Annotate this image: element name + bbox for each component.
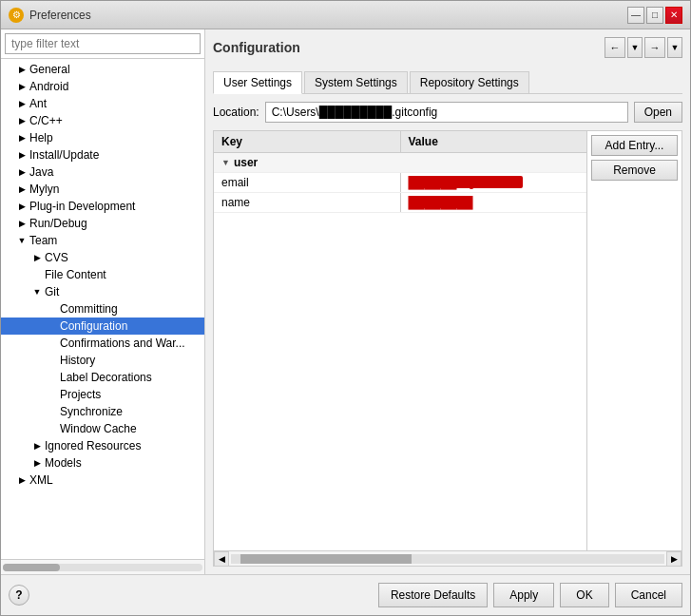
table-row[interactable]: email██████@gmail.com xyxy=(214,173,586,193)
maximize-button[interactable]: □ xyxy=(646,7,663,24)
h-scroll-thumb[interactable] xyxy=(240,554,412,564)
sidebar-item-git[interactable]: ▼Git xyxy=(1,283,204,300)
tree-label-history: History xyxy=(60,354,95,367)
table-body: ▼user email██████@gmail.com name████████ xyxy=(214,153,586,213)
minimize-button[interactable]: — xyxy=(627,7,644,24)
tree-label-run-debug: Run/Debug xyxy=(29,217,87,230)
tree-label-git: Git xyxy=(45,285,59,298)
redacted-value: ████████ xyxy=(409,196,466,208)
tree-label-committing: Committing xyxy=(60,302,118,316)
title-bar: ⚙ Preferences — □ ✕ xyxy=(1,1,690,29)
right-panel: Configuration ← ▼ → ▼ User SettingsSyste… xyxy=(205,29,690,574)
close-button[interactable]: ✕ xyxy=(665,7,682,24)
tree-label-general: General xyxy=(29,63,70,76)
sidebar-item-file-content[interactable]: File Content xyxy=(1,266,204,283)
tree-arrow-java: ▶ xyxy=(16,166,28,178)
tree-label-c-cpp: C/C++ xyxy=(29,114,63,127)
tree-label-help: Help xyxy=(29,131,53,144)
sidebar-item-projects[interactable]: Projects xyxy=(1,386,204,403)
tree-label-team: Team xyxy=(29,234,57,247)
tree-arrow-synchronize xyxy=(47,406,58,417)
scroll-right-arrow[interactable]: ▶ xyxy=(666,551,681,567)
tree-label-configuration: Configuration xyxy=(60,319,127,333)
remove-button[interactable]: Remove xyxy=(591,160,678,181)
window-title: Preferences xyxy=(29,9,91,22)
tab-repository-settings[interactable]: Repository Settings xyxy=(410,71,529,93)
tab-system-settings[interactable]: System Settings xyxy=(304,71,408,93)
sidebar-scrollbar xyxy=(1,559,204,574)
ok-button[interactable]: OK xyxy=(560,583,608,607)
window-controls: — □ ✕ xyxy=(627,7,682,24)
title-bar-left: ⚙ Preferences xyxy=(9,8,91,23)
sidebar-item-synchronize[interactable]: Synchronize xyxy=(1,403,204,420)
sidebar-item-team[interactable]: ▼Team xyxy=(1,232,204,249)
sidebar-item-xml[interactable]: ▶XML xyxy=(1,472,204,489)
sidebar-scrollbar-track xyxy=(3,564,202,571)
table-cell-value: ████████ xyxy=(401,193,587,212)
cancel-button[interactable]: Cancel xyxy=(615,583,682,607)
filter-box xyxy=(1,29,204,59)
location-input[interactable] xyxy=(265,102,628,123)
sidebar-item-configuration[interactable]: Configuration xyxy=(1,318,204,335)
restore-defaults-button[interactable]: Restore Defaults xyxy=(378,583,488,607)
location-label: Location: xyxy=(213,106,259,119)
footer: ? Restore Defaults Apply OK Cancel xyxy=(1,574,690,615)
tree-label-file-content: File Content xyxy=(45,268,106,281)
tree-arrow-cvs: ▶ xyxy=(31,252,43,263)
location-row: Location: Open xyxy=(213,102,682,123)
tree-arrow-label-decorations xyxy=(47,372,58,383)
sidebar-item-android[interactable]: ▶Android xyxy=(1,78,204,95)
add-entry-button[interactable]: Add Entry... xyxy=(591,135,678,156)
tree-label-ant: Ant xyxy=(29,97,47,110)
group-label: user xyxy=(234,156,258,169)
panel-header-row: Configuration ← ▼ → ▼ xyxy=(213,37,682,66)
sidebar: ▶General▶Android▶Ant▶C/C++▶Help▶Install/… xyxy=(1,29,205,574)
table-data: Key Value ▼user email██████@gmail.com na… xyxy=(214,131,586,550)
tree-label-install-update: Install/Update xyxy=(29,148,99,162)
open-button[interactable]: Open xyxy=(634,102,682,123)
sidebar-item-committing[interactable]: Committing xyxy=(1,300,204,318)
sidebar-item-history[interactable]: History xyxy=(1,352,204,369)
tree-arrow-ignored-resources: ▶ xyxy=(31,440,43,452)
sidebar-item-models[interactable]: ▶Models xyxy=(1,454,204,472)
table-col-value: Value xyxy=(401,131,587,152)
sidebar-item-plugin-dev[interactable]: ▶Plug-in Development xyxy=(1,198,204,215)
tree-label-confirmations: Confirmations and War... xyxy=(60,337,185,350)
sidebar-item-c-cpp[interactable]: ▶C/C++ xyxy=(1,112,204,129)
sidebar-scrollbar-thumb[interactable] xyxy=(3,564,60,571)
table-row[interactable]: name████████ xyxy=(214,193,586,213)
sidebar-item-cvs[interactable]: ▶CVS xyxy=(1,249,204,266)
sidebar-item-ant[interactable]: ▶Ant xyxy=(1,95,204,112)
scroll-left-arrow[interactable]: ◀ xyxy=(214,551,229,567)
forward-dropdown[interactable]: ▼ xyxy=(667,37,682,58)
tree-arrow-android: ▶ xyxy=(16,81,28,92)
sidebar-item-confirmations[interactable]: Confirmations and War... xyxy=(1,335,204,352)
tree-arrow-plugin-dev: ▶ xyxy=(16,201,28,212)
filter-input[interactable] xyxy=(5,33,201,54)
help-button[interactable]: ? xyxy=(9,585,29,606)
bottom-scrollbar: ◀ ▶ xyxy=(214,550,681,566)
tree-arrow-committing xyxy=(47,303,58,315)
sidebar-item-run-debug[interactable]: ▶Run/Debug xyxy=(1,215,204,232)
back-button[interactable]: ← xyxy=(605,37,625,58)
sidebar-item-general[interactable]: ▶General xyxy=(1,61,204,78)
sidebar-item-help[interactable]: ▶Help xyxy=(1,129,204,146)
tree-arrow-team: ▼ xyxy=(16,235,28,246)
table-cell-value: ██████@gmail.com xyxy=(401,173,587,192)
sidebar-item-window-cache[interactable]: Window Cache xyxy=(1,420,204,437)
tree-arrow-git: ▼ xyxy=(31,286,43,298)
table-group-user[interactable]: ▼user xyxy=(214,153,586,173)
tree-arrow-mylyn: ▶ xyxy=(16,183,28,195)
sidebar-item-label-decorations[interactable]: Label Decorations xyxy=(1,369,204,386)
tree-arrow-general: ▶ xyxy=(16,64,28,75)
sidebar-item-java[interactable]: ▶Java xyxy=(1,164,204,181)
apply-button[interactable]: Apply xyxy=(493,583,554,607)
sidebar-item-mylyn[interactable]: ▶Mylyn xyxy=(1,181,204,198)
tab-user-settings[interactable]: User Settings xyxy=(213,71,302,94)
back-dropdown[interactable]: ▼ xyxy=(627,37,643,58)
tree-arrow-xml: ▶ xyxy=(16,474,28,486)
sidebar-item-ignored-resources[interactable]: ▶Ignored Resources xyxy=(1,437,204,454)
forward-button[interactable]: → xyxy=(644,37,665,58)
sidebar-item-install-update[interactable]: ▶Install/Update xyxy=(1,146,204,164)
tree-arrow-ant: ▶ xyxy=(16,98,28,109)
